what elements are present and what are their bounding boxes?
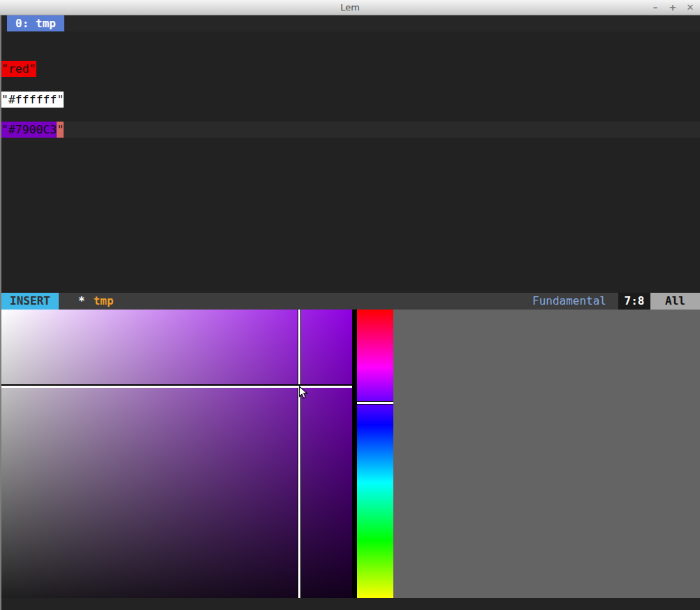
- picker-panel: [393, 310, 700, 598]
- string-token-red[interactable]: "red": [1, 61, 36, 77]
- modified-flag: *: [78, 293, 85, 310]
- line-col-indicator: 7:8: [618, 293, 650, 310]
- maximize-icon[interactable]: +: [669, 2, 677, 13]
- sv-crosshair-vertical[interactable]: [298, 310, 301, 598]
- string-token-ffffff[interactable]: "#ffffff": [1, 92, 64, 108]
- mouse-cursor-icon: [298, 386, 308, 400]
- lem-window: Lem – + ✕ 0: tmp "red" "#ffffff" "#7900C…: [0, 0, 700, 610]
- tab-tmp[interactable]: 0: tmp: [7, 15, 64, 31]
- buffer-line-7[interactable]: "#7900C3": [1, 122, 64, 138]
- buffer-line-3[interactable]: "red": [1, 61, 36, 77]
- current-line-highlight: [1, 122, 700, 138]
- tab-bar: 0: tmp: [1, 15, 700, 31]
- window-content: 0: tmp "red" "#ffffff" "#7900C3" INSERT …: [0, 15, 700, 610]
- scroll-indicator: All: [650, 293, 700, 310]
- buffer-name: tmp: [94, 293, 114, 310]
- string-token-7900C3[interactable]: "#7900C3: [1, 122, 57, 138]
- picker-separator: [352, 310, 357, 598]
- buffer-line-5[interactable]: "#ffffff": [1, 92, 64, 108]
- modeline: INSERT * tmp Fundamental 7:8 All: [1, 293, 700, 310]
- hue-marker[interactable]: [357, 401, 393, 405]
- titlebar[interactable]: Lem – + ✕: [0, 0, 700, 15]
- bottom-strip: [1, 598, 700, 610]
- window-title: Lem: [0, 0, 700, 15]
- text-cursor[interactable]: ": [57, 122, 64, 138]
- hue-bar[interactable]: [357, 310, 393, 598]
- editor-buffer[interactable]: "red" "#ffffff" "#7900C3": [1, 31, 700, 293]
- major-mode: Fundamental: [532, 293, 606, 310]
- saturation-value-area[interactable]: [1, 310, 352, 598]
- close-icon[interactable]: ✕: [686, 2, 694, 13]
- color-picker: [1, 310, 700, 598]
- minimize-icon[interactable]: –: [651, 2, 659, 13]
- modeline-spacer: [114, 293, 532, 310]
- mode-indicator: INSERT: [1, 293, 59, 310]
- window-controls: – + ✕: [651, 0, 694, 15]
